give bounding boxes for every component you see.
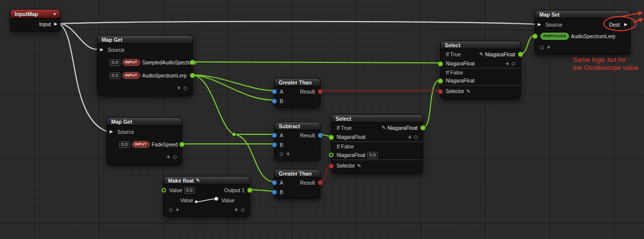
node-title: Subtract — [279, 123, 300, 129]
add-pin-button[interactable]: + — [177, 85, 181, 91]
pin-label: NiagaraFloat — [446, 78, 474, 84]
true-input-pin[interactable] — [438, 61, 443, 66]
wire-reroute-to-gt2-a[interactable] — [234, 134, 274, 182]
value-link-curve[interactable] — [194, 196, 220, 204]
pin-label-selector: Selector — [446, 89, 464, 94]
true-input-pin[interactable] — [329, 135, 334, 139]
edit-type-icon[interactable]: ✎ — [466, 89, 470, 94]
node-map-get-1[interactable]: Map Get ▶ Source 0.0 INPUT SampledAudioS… — [97, 35, 193, 96]
node-header[interactable]: InputMap ▾ — [11, 10, 60, 19]
source-input-pin[interactable]: ▶ — [100, 48, 103, 52]
source-input-pin[interactable]: ▶ — [538, 23, 541, 27]
node-make-float[interactable]: Make float ✎ Value 0.0 Output 1 Value Va… — [164, 176, 250, 217]
node-header[interactable]: Subtract — [275, 122, 320, 130]
annotation-line-1: Same logic but for — [573, 56, 638, 64]
wire-lerp-to-reroute[interactable] — [193, 75, 234, 134]
pin-label-dest: Dest — [609, 22, 620, 28]
add-pin-button[interactable]: + — [506, 61, 509, 67]
add-pin-button[interactable]: + — [167, 154, 170, 160]
node-input-map[interactable]: InputMap ▾ Input ▶ — [10, 9, 60, 32]
node-header[interactable]: Select — [441, 41, 520, 49]
float-output-pin[interactable] — [190, 60, 195, 65]
advanced-toggle-icon[interactable] — [512, 62, 515, 65]
source-input-pin[interactable]: ▶ — [110, 130, 113, 134]
wire-select2-to-mapset[interactable] — [521, 36, 535, 54]
selector-input-pin[interactable] — [438, 89, 443, 94]
value-box[interactable]: 0.0 — [110, 72, 120, 79]
pin-label-selector: Selector — [337, 163, 355, 169]
node-header[interactable]: Select — [332, 115, 423, 123]
add-pin-button[interactable]: + — [234, 207, 238, 213]
node-map-set[interactable]: Map Set ▶ Source Dest ▶ PARTICLES AudioS… — [535, 10, 630, 55]
wire-lerp-to-gt1-b[interactable] — [193, 75, 274, 100]
wire-input-to-mapset-source[interactable] — [59, 22, 535, 24]
pin-label-output: Output 1 — [224, 187, 245, 193]
advanced-toggle-icon[interactable] — [280, 152, 283, 156]
advanced-toggle-icon[interactable] — [241, 208, 245, 212]
node-subtract[interactable]: Subtract A Result B + — [274, 122, 320, 161]
node-header[interactable]: Map Set — [535, 11, 630, 19]
node-select-1[interactable]: Select If True ✎ NiagaraFloat NiagaraFlo… — [331, 114, 423, 174]
edit-icon[interactable]: ✎ — [196, 178, 200, 183]
node-title: Select — [336, 116, 351, 122]
value-box[interactable]: 0.0 — [110, 59, 120, 66]
float-output-pin[interactable] — [180, 142, 184, 147]
node-header[interactable]: Map Get — [107, 118, 182, 126]
add-pin-button[interactable]: + — [286, 151, 290, 157]
node-select-2[interactable]: Select If True ✎ NiagaraFloat NiagaraFlo… — [440, 41, 521, 99]
float-output-pin[interactable] — [190, 73, 195, 78]
graph-canvas[interactable]: InputMap ▾ Input ▶ Map Get ▶ Source 0.0 … — [0, 0, 644, 239]
add-pin-button[interactable]: + — [176, 207, 179, 213]
advanced-toggle-icon[interactable] — [184, 87, 187, 90]
advanced-toggle-icon[interactable] — [414, 135, 418, 139]
node-greater-than-1[interactable]: Greater Than A Result B — [274, 78, 320, 108]
advanced-toggle-icon[interactable] — [540, 46, 544, 49]
type-label: NiagaraFloat — [485, 51, 515, 57]
float-input-pin[interactable] — [533, 34, 537, 39]
input-pin-b[interactable] — [272, 190, 277, 194]
wire-makefloat-to-gt2-b[interactable] — [250, 190, 274, 191]
false-input-pin[interactable] — [438, 78, 443, 83]
select-output-pin[interactable] — [518, 52, 523, 57]
value-box[interactable]: 0.0 — [184, 187, 195, 194]
add-pin-button[interactable]: + — [408, 134, 412, 140]
chevron-down-icon[interactable]: ▾ — [53, 12, 56, 17]
value-input-pin[interactable] — [162, 188, 166, 193]
select-output-pin[interactable] — [421, 126, 425, 130]
reroute-node[interactable] — [232, 132, 236, 136]
result-output-pin[interactable] — [318, 89, 323, 94]
input-pin-a[interactable] — [272, 133, 277, 137]
float-output-pin[interactable] — [248, 188, 252, 193]
node-header[interactable]: Make float ✎ — [164, 177, 250, 185]
wire-input-to-mapget1-source[interactable] — [59, 24, 97, 49]
advanced-toggle-icon[interactable] — [169, 208, 173, 212]
input-pin-b[interactable] — [272, 142, 277, 147]
selector-input-pin[interactable] — [329, 164, 334, 168]
input-pin-b[interactable] — [272, 99, 277, 103]
edit-type-icon[interactable]: ✎ — [479, 52, 483, 57]
value-box[interactable]: 0.0 — [367, 152, 378, 158]
exec-output-pin[interactable]: ▶ — [54, 22, 57, 26]
node-greater-than-2[interactable]: Greater Than A Result B — [274, 169, 320, 199]
node-header[interactable]: Greater Than — [275, 78, 320, 87]
edit-type-icon[interactable]: ✎ — [357, 164, 361, 169]
add-pin-button[interactable]: + — [547, 44, 550, 50]
advanced-toggle-icon[interactable] — [173, 155, 177, 159]
input-pin-a[interactable] — [272, 89, 277, 94]
result-output-pin[interactable] — [318, 133, 323, 137]
wire-select1-to-select2-false[interactable] — [423, 80, 440, 127]
edit-type-icon[interactable]: ✎ — [381, 125, 385, 130]
node-header[interactable]: Greater Than — [275, 170, 320, 178]
value-box[interactable]: 0.0 — [119, 141, 130, 148]
wire-lerp-to-gt1-a[interactable] — [193, 75, 274, 91]
node-header[interactable]: Map Get — [98, 36, 192, 44]
pin-label: NiagaraFloat — [337, 134, 365, 140]
result-output-pin[interactable] — [318, 180, 323, 185]
pin-label: NiagaraFloat — [446, 61, 474, 66]
wire-sampled-to-select2-true[interactable] — [193, 62, 440, 63]
pin-label-b: B — [280, 98, 283, 104]
node-map-get-2[interactable]: Map Get ▶ Source 0.0 INPUT FadeSpeed + — [107, 117, 182, 165]
exec-output-pin[interactable]: ▶ — [624, 23, 627, 27]
input-pin-a[interactable] — [272, 180, 277, 185]
false-input-pin[interactable] — [329, 153, 334, 157]
